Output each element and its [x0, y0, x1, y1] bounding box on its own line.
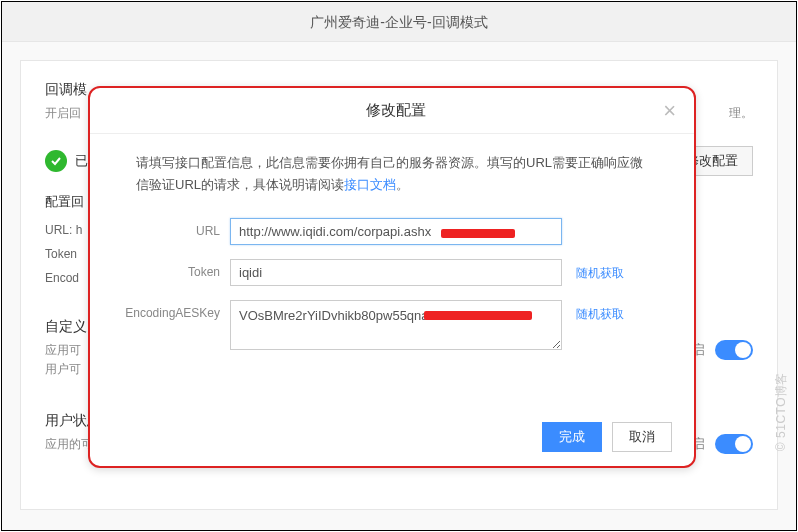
check-icon	[45, 150, 67, 172]
modal-help-text: 请填写接口配置信息，此信息需要你拥有自己的服务器资源。填写的URL需要正确响应微…	[118, 152, 666, 196]
aes-input[interactable]	[230, 300, 562, 350]
redaction-mark	[424, 311, 532, 320]
url-label: URL	[118, 218, 230, 238]
callback-desc-suffix: 理。	[729, 105, 753, 122]
token-random-link[interactable]: 随机获取	[576, 259, 624, 282]
aes-label: EncodingAESKey	[118, 300, 230, 320]
custom-toggle[interactable]	[715, 340, 753, 360]
token-input[interactable]	[230, 259, 562, 286]
status-label: 已	[75, 152, 88, 170]
modal-dialog: 修改配置 × 请填写接口配置信息，此信息需要你拥有自己的服务器资源。填写的URL…	[88, 86, 696, 468]
token-label: Token	[118, 259, 230, 279]
watermark: © 51CTO博客	[773, 372, 790, 451]
confirm-button[interactable]: 完成	[542, 422, 602, 452]
doc-link[interactable]: 接口文档	[344, 177, 396, 192]
page-header: 广州爱奇迪-企业号-回调模式	[2, 2, 796, 42]
aes-random-link[interactable]: 随机获取	[576, 300, 624, 323]
callback-desc-prefix: 开启回	[45, 106, 81, 120]
modal-title: 修改配置	[108, 101, 663, 120]
close-icon[interactable]: ×	[663, 100, 676, 122]
redaction-mark	[441, 229, 515, 238]
cancel-button[interactable]: 取消	[612, 422, 672, 452]
user-status-toggle[interactable]	[715, 434, 753, 454]
page-title: 广州爱奇迪-企业号-回调模式	[310, 14, 487, 30]
